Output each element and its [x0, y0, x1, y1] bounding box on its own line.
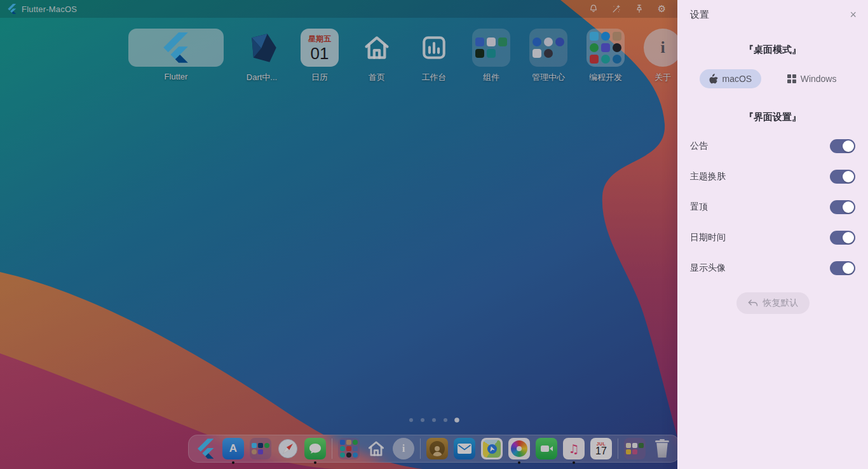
- page-dot[interactable]: [444, 418, 447, 422]
- dock-item-mail[interactable]: [454, 438, 475, 459]
- datetime-toggle[interactable]: [830, 231, 855, 245]
- mode-option-label: macOS: [722, 74, 752, 84]
- mode-option-windows[interactable]: Windows: [778, 69, 846, 88]
- folder-preview-grid: [472, 29, 510, 67]
- running-indicator: [232, 461, 234, 464]
- page-dot[interactable]: [432, 418, 436, 422]
- desktop-icon-calendar[interactable]: 星期五 01 日历: [301, 29, 339, 83]
- speech-bubble-icon: [308, 442, 322, 456]
- toggle-row-datetime: 日期时间: [677, 222, 868, 253]
- restore-defaults-button[interactable]: 恢复默认: [736, 292, 810, 314]
- toggle-row-theme: 主题换肤: [677, 161, 868, 192]
- desktop-folder-dev[interactable]: 编程开发: [587, 29, 625, 83]
- photos-flower-icon: [511, 440, 527, 457]
- undo-icon: [747, 299, 758, 308]
- magic-wand-icon[interactable]: [611, 4, 621, 15]
- folder-preview-grid: [587, 29, 625, 67]
- dock-item-safari[interactable]: [277, 438, 299, 459]
- toggle-label: 日期时间: [690, 232, 726, 243]
- desktop-icon-label: 首页: [369, 72, 385, 83]
- desktop-icon-workbench[interactable]: 工作台: [415, 29, 453, 83]
- settings-panel: 设置 × 『桌面模式』 macOS Windows 『界面设置』 公告 主题换肤…: [677, 0, 868, 469]
- envelope-icon: [458, 444, 471, 454]
- dock-item-trash[interactable]: [651, 438, 673, 459]
- desktop-icon-label: 工作台: [422, 72, 447, 83]
- dock-item-dev-folder[interactable]: [250, 438, 271, 459]
- trash-icon: [654, 439, 670, 458]
- theme-skin-toggle[interactable]: [830, 170, 855, 184]
- dock-item-home[interactable]: [365, 438, 387, 459]
- calendar-widget: 星期五 01: [301, 29, 339, 67]
- calendar-weekday: 星期五: [308, 34, 331, 44]
- windows-icon: [787, 74, 796, 83]
- home-icon: [367, 439, 386, 458]
- flutter-logo-icon: [198, 438, 214, 459]
- dock-calendar-day: 17: [595, 446, 607, 457]
- page-dot[interactable]: [421, 418, 424, 422]
- info-glyph: i: [660, 38, 665, 57]
- video-camera-icon: [541, 445, 549, 452]
- page-dot[interactable]: [454, 418, 459, 423]
- pin-icon[interactable]: [634, 4, 644, 15]
- dock-item-contacts[interactable]: [426, 438, 448, 459]
- desktop-icon-label: 日历: [311, 72, 328, 83]
- announcement-toggle[interactable]: [830, 139, 855, 153]
- bell-icon[interactable]: [588, 4, 599, 15]
- folder-preview-grid: [529, 29, 567, 67]
- info-glyph: i: [402, 442, 405, 455]
- app-store-glyph: A: [229, 442, 237, 455]
- toggle-label: 公告: [690, 140, 708, 152]
- dart-logo-icon: [243, 29, 281, 67]
- desktop-icon-home[interactable]: 首页: [358, 29, 396, 83]
- dock-item-music[interactable]: ♫: [563, 438, 585, 459]
- folder-preview-grid: [340, 440, 358, 458]
- dock-separator: [332, 438, 332, 459]
- show-avatar-toggle[interactable]: [830, 261, 855, 275]
- desktop-folder-admin[interactable]: 管理中心: [529, 29, 567, 83]
- dock-item-calendar[interactable]: JUL 17: [590, 438, 612, 459]
- desktop-icon-label: Flutter: [165, 72, 188, 81]
- toggle-label: 主题换肤: [690, 171, 726, 182]
- mode-option-macos[interactable]: macOS: [700, 69, 762, 88]
- flutter-logo-icon: [163, 32, 189, 63]
- dock-item-flutter[interactable]: [195, 438, 217, 459]
- desktop-icon-about[interactable]: i 关于: [644, 29, 682, 83]
- flutter-logo-icon: [8, 4, 17, 14]
- desktop-icon-label: 组件: [483, 72, 499, 83]
- titlebar-actions: ⚙: [588, 4, 670, 15]
- dock-item-facetime[interactable]: [536, 438, 557, 459]
- home-icon: [358, 29, 396, 67]
- dock-item-coding-folder[interactable]: [338, 438, 360, 459]
- dock-item-maps[interactable]: [481, 438, 503, 459]
- folder-preview-grid: [252, 443, 269, 454]
- desktop-icon-label: Dart中...: [247, 72, 277, 83]
- flutter-widget-tile: [128, 29, 224, 67]
- dock-item-about[interactable]: i: [393, 438, 414, 459]
- toggle-row-announcement: 公告: [677, 131, 868, 161]
- titlebar: Flutter-MacOS ⚙: [0, 0, 677, 18]
- running-indicator: [573, 461, 575, 464]
- dock-item-messages[interactable]: [304, 438, 326, 459]
- app-title: Flutter-MacOS: [22, 4, 77, 14]
- page-indicator: [409, 418, 459, 422]
- pin-top-toggle[interactable]: [830, 200, 855, 214]
- desktop-folder-components[interactable]: 组件: [472, 29, 510, 83]
- dock-item-photos[interactable]: [508, 438, 530, 459]
- running-indicator: [314, 461, 316, 464]
- desktop-icon-flutter[interactable]: Flutter: [128, 29, 224, 81]
- desktop-icon-label: 关于: [654, 72, 671, 83]
- desktop-icon-dart[interactable]: Dart中...: [243, 29, 281, 83]
- dock-separator: [618, 438, 618, 459]
- desktop-mode-options: macOS Windows: [677, 69, 868, 88]
- restore-defaults-label: 恢复默认: [763, 297, 799, 309]
- toggle-row-pin-top: 置顶: [677, 192, 868, 222]
- gear-icon[interactable]: ⚙: [656, 4, 667, 15]
- maps-icon: [483, 440, 501, 458]
- safari-compass-icon: [278, 438, 298, 459]
- dock-item-apps-folder[interactable]: [624, 438, 646, 459]
- page-dot[interactable]: [409, 418, 413, 422]
- dock-item-app-store[interactable]: A: [222, 438, 244, 459]
- music-note-icon: ♫: [568, 443, 579, 455]
- toggle-list: 公告 主题换肤 置顶 日期时间 显示头像: [677, 131, 868, 283]
- close-icon[interactable]: ×: [848, 9, 858, 20]
